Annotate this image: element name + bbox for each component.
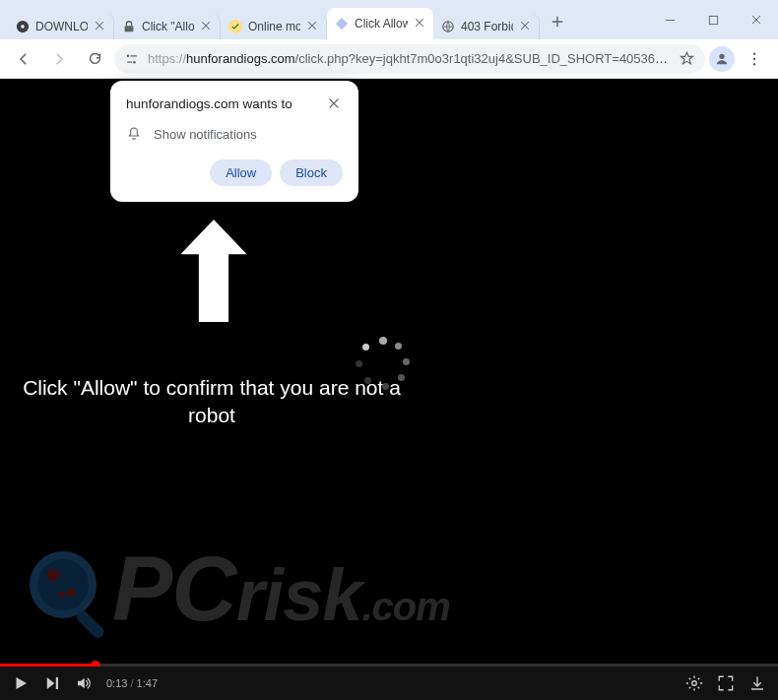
svg-rect-15 — [75, 608, 107, 641]
tab-title: 403 Forbid — [461, 20, 513, 33]
minimize-button[interactable] — [648, 0, 691, 39]
tab-click-allow-active[interactable]: Click Allow — [327, 8, 433, 39]
tab-title: DOWNLOA — [35, 20, 88, 33]
dialog-title: hunforandiogs.com wants to — [126, 96, 292, 111]
back-button[interactable] — [8, 43, 39, 75]
diamond-icon — [335, 17, 349, 31]
download-button[interactable] — [748, 674, 766, 692]
star-icon[interactable] — [679, 50, 695, 67]
play-button[interactable] — [12, 674, 30, 692]
arrow-up-icon — [172, 212, 255, 334]
tab-title: Online mo — [248, 20, 300, 33]
svg-point-12 — [47, 569, 59, 581]
forward-button[interactable] — [43, 43, 75, 75]
svg-point-5 — [127, 54, 130, 57]
maximize-button[interactable] — [691, 0, 735, 39]
browser-titlebar: DOWNLOA Click "Allow" Online mo Click Al… — [0, 0, 778, 39]
disc-icon — [16, 20, 30, 33]
svg-point-16 — [692, 681, 697, 686]
check-icon — [228, 20, 242, 33]
menu-button[interactable] — [739, 43, 770, 75]
address-bar[interactable]: https://hunforandiogs.com/click.php?key=… — [114, 44, 705, 74]
volume-button[interactable] — [75, 674, 93, 692]
close-icon[interactable] — [94, 20, 107, 33]
svg-point-11 — [33, 555, 93, 614]
settings-gear-icon[interactable] — [685, 674, 703, 692]
close-icon[interactable] — [306, 20, 320, 33]
tab-click-allow-1[interactable]: Click "Allow" — [114, 14, 221, 39]
new-tab-button[interactable] — [544, 8, 571, 35]
svg-point-14 — [58, 592, 64, 598]
svg-point-9 — [753, 57, 755, 59]
globe-icon — [441, 20, 455, 33]
window-controls — [648, 0, 778, 39]
dialog-body-text: Show notifications — [154, 127, 257, 142]
profile-button[interactable] — [709, 46, 735, 72]
bell-icon — [126, 126, 142, 142]
tab-strip: DOWNLOA Click "Allow" Online mo Click Al… — [8, 0, 571, 39]
tab-title: Click "Allow" — [142, 20, 194, 33]
svg-point-7 — [719, 53, 724, 58]
video-controls: 0:13 / 1:47 — [0, 667, 778, 700]
watermark-text: PCrisk.com — [112, 538, 450, 641]
close-icon[interactable] — [327, 96, 343, 112]
window-close-button[interactable] — [735, 0, 778, 39]
notification-permission-dialog: hunforandiogs.com wants to Show notifica… — [110, 81, 358, 202]
toolbar: https://hunforandiogs.com/click.php?key=… — [0, 39, 778, 79]
next-button[interactable] — [43, 674, 61, 692]
magnifier-icon — [24, 545, 112, 634]
lock-icon — [122, 20, 136, 33]
svg-point-8 — [753, 52, 755, 54]
close-icon[interactable] — [200, 20, 214, 33]
allow-button[interactable]: Allow — [210, 159, 272, 186]
tab-403[interactable]: 403 Forbid — [433, 14, 540, 39]
site-settings-icon[interactable] — [124, 51, 140, 67]
video-time: 0:13 / 1:47 — [106, 677, 158, 689]
loading-spinner-icon — [355, 337, 410, 392]
svg-point-13 — [67, 589, 75, 597]
svg-rect-4 — [709, 16, 717, 24]
tab-title: Click Allow — [355, 17, 408, 31]
close-icon[interactable] — [414, 17, 427, 31]
svg-rect-2 — [125, 26, 134, 32]
reload-button[interactable] — [79, 43, 110, 75]
tab-online[interactable]: Online mo — [221, 14, 327, 39]
block-button[interactable]: Block — [280, 159, 343, 186]
svg-point-10 — [753, 63, 755, 65]
page-content: hunforandiogs.com wants to Show notifica… — [0, 79, 778, 700]
close-icon[interactable] — [519, 20, 533, 33]
watermark: PCrisk.com — [24, 538, 450, 641]
svg-point-1 — [21, 25, 25, 29]
svg-point-6 — [133, 60, 136, 63]
url-text: https://hunforandiogs.com/click.php?key=… — [148, 51, 671, 66]
tab-download[interactable]: DOWNLOA — [8, 14, 114, 39]
fullscreen-button[interactable] — [717, 674, 735, 692]
